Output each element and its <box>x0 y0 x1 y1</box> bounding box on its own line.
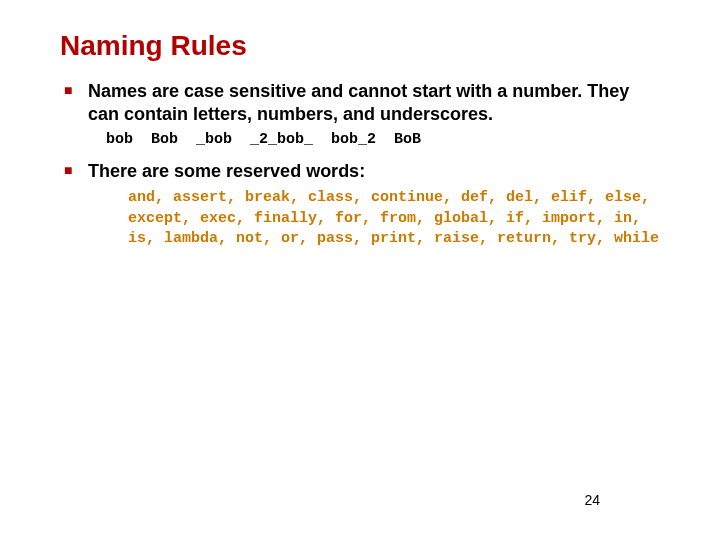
bullet-item: There are some reserved words: and, asse… <box>88 160 660 249</box>
slide-title: Naming Rules <box>60 30 660 62</box>
bullet-text: Names are case sensitive and cannot star… <box>88 81 629 124</box>
slide: Naming Rules Names are case sensitive an… <box>0 0 720 540</box>
bullet-item: Names are case sensitive and cannot star… <box>88 80 660 150</box>
page-number: 24 <box>584 492 600 508</box>
reserved-words-code: and, assert, break, class, continue, def… <box>128 188 660 249</box>
bullet-list: Names are case sensitive and cannot star… <box>60 80 660 249</box>
bullet-text: There are some reserved words: <box>88 161 365 181</box>
examples-code: bob Bob _bob _2_bob_ bob_2 BoB <box>106 131 660 150</box>
